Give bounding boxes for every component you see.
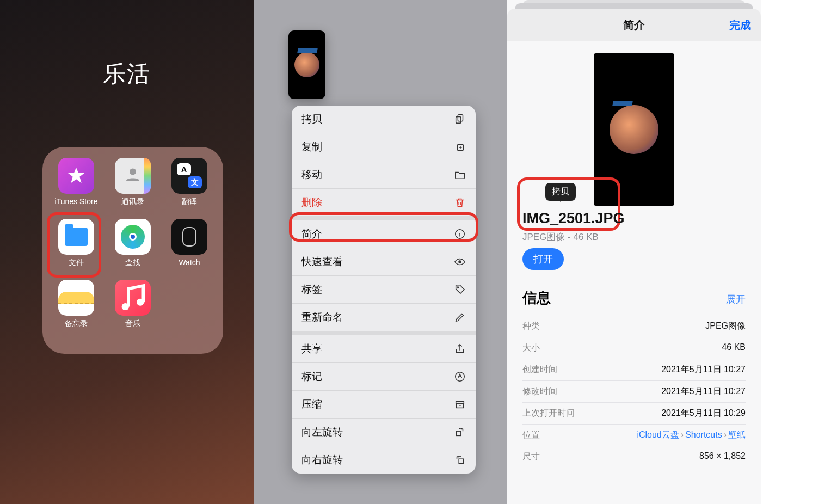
file-name[interactable]: IMG_2501.JPG: [522, 210, 625, 227]
copy-tooltip[interactable]: 拷贝: [545, 183, 576, 201]
music-icon: [115, 280, 151, 316]
menu-markup[interactable]: 标记: [292, 363, 476, 391]
app-label: 翻译: [182, 197, 197, 207]
app-label: Watch: [179, 258, 200, 267]
location-part[interactable]: Shortcuts: [685, 430, 722, 439]
app-music[interactable]: 音乐: [109, 280, 157, 329]
app-label: 文件: [69, 258, 84, 268]
app-icon-grid: iTunes Store 通讯录 A文 翻译 文件 查找 Watch: [52, 158, 213, 329]
app-translate[interactable]: A文 翻译: [165, 158, 213, 207]
sheet-title: 简介: [623, 18, 645, 33]
files-icon: [58, 219, 94, 255]
panel-context-menu: 拷贝 复制 移动 删除 简介 快速查看: [254, 0, 507, 504]
svg-point-2: [122, 303, 129, 310]
menu-label: 重新命名: [301, 310, 343, 324]
svg-point-3: [137, 299, 144, 306]
menu-compress[interactable]: 压缩: [292, 391, 476, 419]
info-key: 种类: [522, 321, 540, 332]
app-label: 通讯录: [121, 197, 144, 207]
info-value: 856 × 1,852: [699, 451, 746, 463]
app-findmy[interactable]: 查找: [109, 219, 157, 268]
app-files[interactable]: 文件: [52, 219, 100, 268]
app-watch[interactable]: Watch: [165, 219, 213, 268]
menu-group-3: 共享 标记 压缩 向左旋转 向右旋转: [292, 335, 476, 474]
menu-label: 复制: [301, 140, 322, 154]
svg-marker-0: [68, 168, 84, 183]
menu-label: 删除: [301, 195, 322, 210]
menu-copy[interactable]: 拷贝: [292, 106, 476, 133]
info-row-size: 大小 46 KB: [522, 337, 746, 359]
menu-label: 压缩: [301, 397, 322, 411]
info-key: 位置: [522, 429, 540, 441]
file-preview[interactable]: [594, 53, 674, 206]
open-button[interactable]: 打开: [522, 248, 564, 270]
info-value-location[interactable]: iCloud云盘›Shortcuts›壁纸: [637, 429, 746, 441]
menu-label: 简介: [301, 227, 322, 241]
panel-home-folder: 乐活 iTunes Store 通讯录 A文 翻译 文件 查找: [0, 0, 254, 504]
pencil-icon: [454, 311, 466, 323]
file-thumbnail[interactable]: [288, 30, 325, 99]
app-label: iTunes Store: [55, 197, 98, 206]
tag-icon: [454, 284, 466, 296]
markup-icon: [454, 371, 466, 383]
menu-move[interactable]: 移动: [292, 161, 476, 189]
info-icon: [454, 228, 466, 240]
info-key: 尺寸: [522, 451, 540, 463]
menu-rename[interactable]: 重新命名: [292, 304, 476, 331]
svg-point-8: [458, 260, 461, 263]
menu-label: 向左旋转: [301, 425, 343, 439]
info-key: 上次打开时间: [522, 408, 575, 419]
info-value: 2021年5月11日 10:27: [661, 364, 746, 376]
sheet-stack: [507, 0, 761, 9]
menu-label: 标签: [301, 282, 322, 297]
done-button[interactable]: 完成: [729, 18, 751, 33]
menu-quicklook[interactable]: 快速查看: [292, 248, 476, 276]
duplicate-icon: [454, 141, 466, 153]
app-notes[interactable]: 备忘录: [52, 280, 100, 329]
location-part[interactable]: 壁纸: [728, 430, 746, 439]
menu-rotate-right[interactable]: 向右旋转: [292, 446, 476, 474]
app-label: 查找: [125, 258, 140, 268]
menu-label: 快速查看: [301, 255, 343, 269]
menu-duplicate[interactable]: 复制: [292, 133, 476, 161]
separator: [522, 278, 746, 278]
menu-label: 拷贝: [301, 112, 322, 126]
svg-point-9: [457, 287, 459, 288]
menu-tags[interactable]: 标签: [292, 276, 476, 304]
rotate-right-icon: [454, 454, 466, 466]
app-itunes-store[interactable]: iTunes Store: [52, 158, 100, 207]
expand-button[interactable]: 展开: [726, 293, 746, 306]
folder-title: 乐活: [0, 0, 254, 89]
app-contacts[interactable]: 通讯录: [109, 158, 157, 207]
sheet-nav: 简介 完成: [507, 9, 761, 41]
context-menu: 拷贝 复制 移动 删除 简介 快速查看: [292, 106, 476, 474]
info-row-opened: 上次打开时间 2021年5月11日 10:29: [522, 403, 746, 425]
info-row-dimensions: 尺寸 856 × 1,852: [522, 446, 746, 468]
menu-info[interactable]: 简介: [292, 220, 476, 248]
rotate-left-icon: [454, 426, 466, 438]
menu-share[interactable]: 共享: [292, 335, 476, 363]
translate-icon: A文: [171, 158, 207, 194]
itunes-store-icon: [58, 158, 94, 194]
archive-icon: [454, 398, 466, 410]
menu-rotate-left[interactable]: 向左旋转: [292, 419, 476, 446]
menu-delete[interactable]: 删除: [292, 189, 476, 216]
app-label: 音乐: [125, 319, 140, 329]
menu-group-2: 简介 快速查看 标签 重新命名: [292, 220, 476, 335]
trash-icon: [454, 196, 466, 208]
info-row-location: 位置 iCloud云盘›Shortcuts›壁纸: [522, 425, 746, 446]
menu-label: 标记: [301, 370, 322, 384]
file-subtitle: JPEG图像 - 46 KB: [522, 231, 599, 243]
location-part[interactable]: iCloud云盘: [637, 430, 679, 439]
info-row-created: 创建时间 2021年5月11日 10:27: [522, 359, 746, 381]
info-value: 2021年5月11日 10:27: [661, 386, 746, 397]
svg-rect-4: [458, 115, 463, 121]
info-header: 信息: [522, 288, 551, 308]
notes-icon: [58, 280, 94, 316]
info-key: 创建时间: [522, 364, 557, 376]
contacts-icon: [115, 158, 151, 194]
folder-box: iTunes Store 通讯录 A文 翻译 文件 查找 Watch: [42, 147, 223, 354]
info-rows: 种类 JPEG图像 大小 46 KB 创建时间 2021年5月11日 10:27…: [522, 316, 746, 468]
svg-rect-13: [457, 431, 461, 435]
panel-info-sheet: 简介 完成 拷贝 IMG_2501.JPG JPEG图像 - 46 KB 打开 …: [507, 0, 761, 504]
